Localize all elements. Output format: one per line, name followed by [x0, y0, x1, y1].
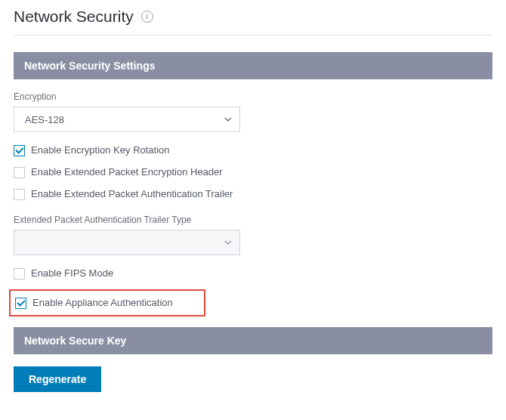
checkbox-ext-packet-auth-trailer[interactable]	[14, 189, 25, 200]
page-title: Network Security	[14, 8, 134, 26]
section-header-secure-key: Network Secure Key	[14, 327, 492, 354]
regenerate-button-label: Regenerate	[29, 373, 86, 385]
divider	[14, 35, 492, 36]
checkbox-appliance-auth[interactable]	[15, 298, 26, 309]
section-header-settings-label: Network Security Settings	[24, 60, 156, 72]
trailer-type-select[interactable]	[14, 230, 240, 255]
trailer-type-label: Extended Packet Authentication Trailer T…	[14, 215, 492, 225]
checkbox-ext-packet-auth-trailer-label: Enable Extended Packet Authentication Tr…	[31, 188, 233, 201]
checkbox-ext-packet-enc-header-label: Enable Extended Packet Encryption Header	[31, 166, 223, 179]
encryption-select[interactable]: AES-128	[14, 107, 240, 132]
highlight-appliance-auth: Enable Appliance Authentication	[9, 289, 205, 317]
page-header: Network Security i	[14, 8, 492, 30]
section-header-settings: Network Security Settings	[14, 52, 492, 79]
encryption-label: Encryption	[14, 91, 492, 102]
regenerate-button[interactable]: Regenerate	[14, 366, 101, 392]
section-header-secure-key-label: Network Secure Key	[24, 335, 126, 347]
checkbox-fips-mode-label: Enable FIPS Mode	[31, 267, 113, 280]
checkbox-key-rotation-label: Enable Encryption Key Rotation	[31, 144, 170, 157]
info-icon[interactable]: i	[141, 11, 153, 23]
checkbox-ext-packet-enc-header[interactable]	[14, 167, 25, 178]
checkbox-fips-mode[interactable]	[14, 268, 25, 279]
encryption-select-value: AES-128	[25, 114, 64, 125]
checkbox-key-rotation[interactable]	[14, 145, 25, 156]
checkbox-appliance-auth-label: Enable Appliance Authentication	[32, 297, 173, 310]
